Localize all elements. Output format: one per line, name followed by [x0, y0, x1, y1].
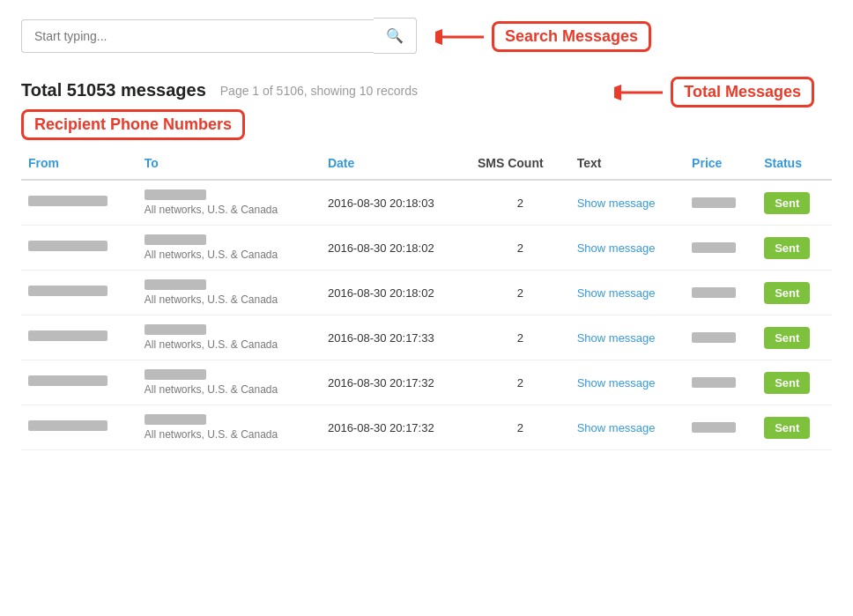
header-sms-count: SMS Count [471, 147, 570, 180]
header-text: Text [570, 147, 685, 180]
table-row: All networks, U.S. & Canada 2016-08-30 2… [21, 226, 832, 271]
header-from: From [21, 147, 137, 180]
to-cell: All networks, U.S. & Canada [137, 405, 321, 450]
sms-count-cell: 2 [471, 180, 570, 226]
show-message-link[interactable]: Show message [577, 331, 656, 345]
recipient-phone-numbers-callout: Recipient Phone Numbers [21, 109, 245, 140]
table-row: All networks, U.S. & Canada 2016-08-30 2… [21, 180, 832, 226]
date-cell: 2016-08-30 20:18:02 [321, 226, 471, 271]
status-cell: Sent [757, 360, 832, 405]
sent-badge: Sent [764, 237, 810, 259]
sent-badge: Sent [764, 372, 810, 394]
from-cell [21, 271, 137, 315]
text-cell[interactable]: Show message [570, 226, 685, 271]
text-cell[interactable]: Show message [570, 405, 685, 450]
table-header-row: From To Date SMS Count Text Price Status [21, 147, 832, 180]
show-message-link[interactable]: Show message [577, 421, 656, 434]
messages-table: From To Date SMS Count Text Price Status… [21, 147, 832, 450]
from-cell [21, 315, 137, 360]
table-row: All networks, U.S. & Canada 2016-08-30 2… [21, 271, 832, 315]
price-cell [685, 180, 757, 226]
price-cell [685, 405, 757, 450]
status-cell: Sent [757, 271, 832, 315]
date-cell: 2016-08-30 20:17:33 [321, 315, 471, 360]
price-cell [685, 226, 757, 271]
from-cell [21, 226, 137, 271]
date-cell: 2016-08-30 20:18:03 [321, 180, 471, 226]
status-cell: Sent [757, 405, 832, 450]
text-cell[interactable]: Show message [570, 271, 685, 315]
date-cell: 2016-08-30 20:17:32 [321, 360, 471, 405]
price-cell [685, 360, 757, 405]
status-cell: Sent [757, 315, 832, 360]
to-cell: All networks, U.S. & Canada [137, 315, 321, 360]
sms-count-cell: 2 [471, 226, 570, 271]
total-messages-arrow-icon [614, 80, 667, 105]
sms-count-cell: 2 [471, 315, 570, 360]
to-cell: All networks, U.S. & Canada [137, 271, 321, 315]
search-button[interactable]: 🔍 [374, 18, 417, 54]
to-cell: All networks, U.S. & Canada [137, 360, 321, 405]
sent-badge: Sent [764, 327, 810, 349]
search-arrow-icon [435, 25, 488, 49]
table-row: All networks, U.S. & Canada 2016-08-30 2… [21, 360, 832, 405]
total-messages-callout: Total Messages [671, 77, 814, 108]
sent-badge: Sent [764, 192, 810, 214]
header-price: Price [685, 147, 757, 180]
date-cell: 2016-08-30 20:18:02 [321, 271, 471, 315]
price-cell [685, 315, 757, 360]
date-cell: 2016-08-30 20:17:32 [321, 405, 471, 450]
text-cell[interactable]: Show message [570, 180, 685, 226]
sms-count-cell: 2 [471, 360, 570, 405]
search-messages-callout: Search Messages [492, 21, 651, 52]
table-row: All networks, U.S. & Canada 2016-08-30 2… [21, 405, 832, 450]
to-cell: All networks, U.S. & Canada [137, 226, 321, 271]
status-cell: Sent [757, 226, 832, 271]
search-input[interactable] [21, 19, 374, 53]
text-cell[interactable]: Show message [570, 315, 685, 360]
header-to: To [137, 147, 321, 180]
from-cell [21, 405, 137, 450]
search-icon: 🔍 [386, 28, 404, 43]
to-cell: All networks, U.S. & Canada [137, 180, 321, 226]
from-cell [21, 180, 137, 226]
text-cell[interactable]: Show message [570, 360, 685, 405]
table-row: All networks, U.S. & Canada 2016-08-30 2… [21, 315, 832, 360]
status-cell: Sent [757, 180, 832, 226]
show-message-link[interactable]: Show message [577, 376, 656, 390]
total-messages-count: Total 51053 messages [21, 80, 206, 100]
show-message-link[interactable]: Show message [577, 197, 656, 210]
from-cell [21, 360, 137, 405]
page-info: Page 1 of 5106, showing 10 records [220, 84, 418, 98]
header-date: Date [321, 147, 471, 180]
sent-badge: Sent [764, 282, 810, 304]
sms-count-cell: 2 [471, 271, 570, 315]
price-cell [685, 271, 757, 315]
header-status: Status [757, 147, 832, 180]
show-message-link[interactable]: Show message [577, 286, 656, 300]
sent-badge: Sent [764, 417, 810, 439]
show-message-link[interactable]: Show message [577, 241, 656, 255]
sms-count-cell: 2 [471, 405, 570, 450]
